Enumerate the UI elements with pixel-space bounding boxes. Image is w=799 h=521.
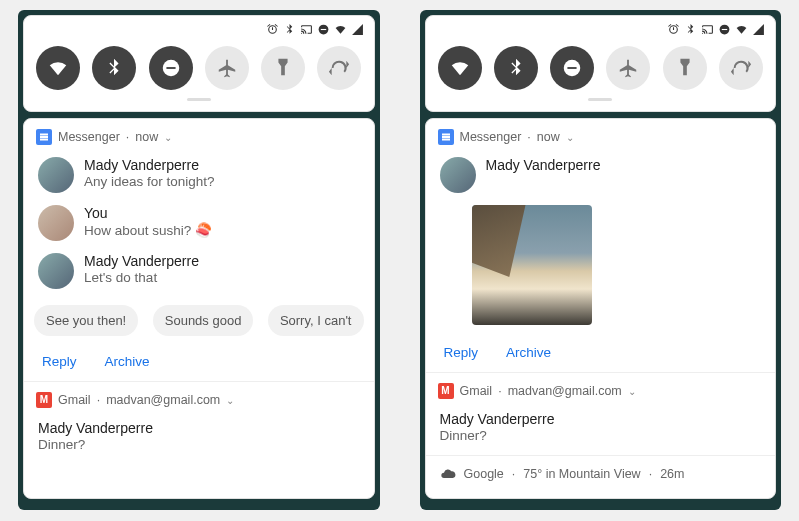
notification-header-gmail[interactable]: M Gmail · madvan@gmail.com ⌄: [426, 373, 776, 405]
notif-time: now: [135, 130, 158, 144]
svg-rect-5: [722, 29, 727, 30]
gmail-sender: Mady Vanderperre: [440, 411, 762, 427]
qs-flashlight[interactable]: [663, 46, 707, 90]
chevron-down-icon: ⌄: [164, 132, 172, 143]
message-row: Mady Vanderperre: [426, 151, 776, 199]
drag-handle[interactable]: [187, 98, 211, 101]
gmail-subject: Dinner?: [38, 437, 360, 452]
gmail-app-icon: M: [438, 383, 454, 399]
gmail-subject: Dinner?: [440, 428, 762, 443]
qs-bluetooth[interactable]: [494, 46, 538, 90]
quick-settings-panel: [23, 15, 375, 112]
app-name: Gmail: [58, 393, 91, 407]
alarm-icon: [266, 23, 279, 39]
avatar: [440, 157, 476, 193]
gmail-notification-body[interactable]: Mady Vanderperre Dinner?: [24, 414, 374, 464]
notif-time: now: [537, 130, 560, 144]
reply-action[interactable]: Reply: [444, 345, 479, 360]
message-sender: Mady Vanderperre: [486, 157, 601, 173]
chevron-down-icon: ⌄: [566, 132, 574, 143]
smart-reply-chip[interactable]: Sorry, I can't: [268, 305, 364, 336]
cast-icon: [300, 23, 313, 39]
chevron-down-icon: ⌄: [226, 395, 234, 406]
svg-rect-7: [568, 67, 577, 69]
chevron-down-icon: ⌄: [628, 386, 636, 397]
gmail-account: madvan@gmail.com: [106, 393, 220, 407]
weather-summary: 75° in Mountain View: [523, 467, 640, 481]
avatar: [38, 205, 74, 241]
cast-icon: [701, 23, 714, 39]
gmail-account: madvan@gmail.com: [508, 384, 622, 398]
quick-settings-panel: [425, 15, 777, 112]
qs-rotate[interactable]: [317, 46, 361, 90]
cell-icon: [351, 23, 364, 39]
quick-settings-row: [34, 46, 364, 90]
notification-header-messenger[interactable]: Messenger · now ⌄: [24, 119, 374, 151]
cell-icon: [752, 23, 765, 39]
image-attachment[interactable]: [472, 205, 592, 325]
bluetooth-icon: [684, 23, 697, 39]
app-name: Messenger: [58, 130, 120, 144]
smart-reply-chip[interactable]: Sounds good: [153, 305, 254, 336]
dnd-icon: [718, 23, 731, 39]
gmail-app-icon: M: [36, 392, 52, 408]
phone-left: Messenger · now ⌄ Mady Vanderperre Any i…: [18, 10, 380, 510]
svg-rect-1: [320, 29, 325, 30]
message-sender: You: [84, 205, 212, 221]
qs-dnd[interactable]: [149, 46, 193, 90]
message-sender: Mady Vanderperre: [84, 157, 215, 173]
notification-header-messenger[interactable]: Messenger · now ⌄: [426, 119, 776, 151]
drag-handle[interactable]: [588, 98, 612, 101]
message-sender: Mady Vanderperre: [84, 253, 199, 269]
smart-reply-chip[interactable]: See you then!: [34, 305, 138, 336]
wifi-icon: [735, 23, 748, 39]
weather-provider: Google: [464, 467, 504, 481]
dnd-icon: [317, 23, 330, 39]
qs-wifi[interactable]: [438, 46, 482, 90]
avatar: [38, 157, 74, 193]
notifications-panel: Messenger · now ⌄ Mady Vanderperre Any i…: [23, 118, 375, 499]
qs-dnd[interactable]: [550, 46, 594, 90]
qs-airplane[interactable]: [205, 46, 249, 90]
qs-airplane[interactable]: [606, 46, 650, 90]
messenger-app-icon: [36, 129, 52, 145]
avatar: [38, 253, 74, 289]
notification-actions: Reply Archive: [426, 331, 776, 372]
quick-settings-row: [436, 46, 766, 90]
archive-action[interactable]: Archive: [506, 345, 551, 360]
reply-action[interactable]: Reply: [42, 354, 77, 369]
bluetooth-icon: [283, 23, 296, 39]
message-text: Any ideas for tonight?: [84, 174, 215, 189]
qs-bluetooth[interactable]: [92, 46, 136, 90]
message-text: How about sushi? 🍣: [84, 222, 212, 238]
alarm-icon: [667, 23, 680, 39]
smart-reply-row: See you then! Sounds good Sorry, I can't: [24, 295, 374, 340]
cloud-icon: [440, 466, 456, 482]
weather-notification[interactable]: Google · 75° in Mountain View · 26m: [426, 455, 776, 492]
qs-flashlight[interactable]: [261, 46, 305, 90]
status-bar: [436, 22, 766, 40]
message-row: Mady Vanderperre Let's do that: [24, 247, 374, 295]
app-name: Gmail: [460, 384, 493, 398]
notification-header-gmail[interactable]: M Gmail · madvan@gmail.com ⌄: [24, 382, 374, 414]
gmail-notification-body[interactable]: Mady Vanderperre Dinner?: [426, 405, 776, 455]
message-row: Mady Vanderperre Any ideas for tonight?: [24, 151, 374, 199]
app-name: Messenger: [460, 130, 522, 144]
weather-age: 26m: [660, 467, 684, 481]
phone-right: Messenger · now ⌄ Mady Vanderperre Reply…: [420, 10, 782, 510]
gmail-sender: Mady Vanderperre: [38, 420, 360, 436]
notification-actions: Reply Archive: [24, 340, 374, 381]
notifications-panel: Messenger · now ⌄ Mady Vanderperre Reply…: [425, 118, 777, 499]
qs-wifi[interactable]: [36, 46, 80, 90]
messenger-app-icon: [438, 129, 454, 145]
archive-action[interactable]: Archive: [105, 354, 150, 369]
svg-rect-3: [166, 67, 175, 69]
wifi-icon: [334, 23, 347, 39]
message-row: You How about sushi? 🍣: [24, 199, 374, 247]
status-bar: [34, 22, 364, 40]
qs-rotate[interactable]: [719, 46, 763, 90]
message-text: Let's do that: [84, 270, 199, 285]
